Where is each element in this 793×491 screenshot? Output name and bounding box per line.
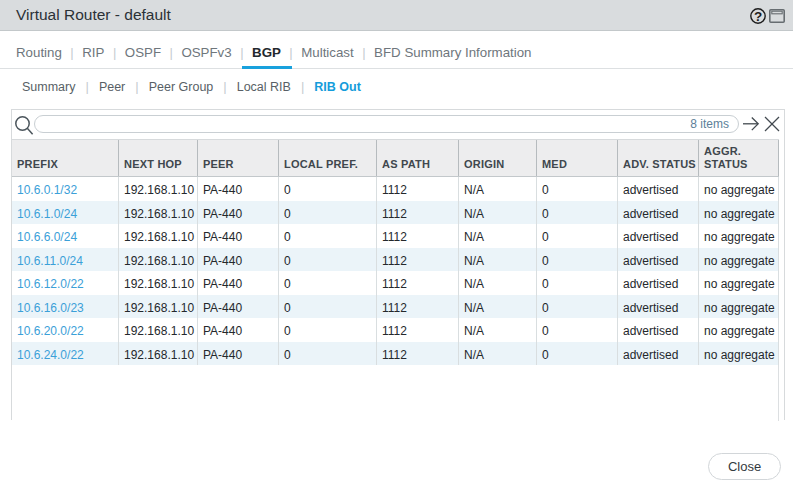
- svg-text:?: ?: [754, 9, 762, 24]
